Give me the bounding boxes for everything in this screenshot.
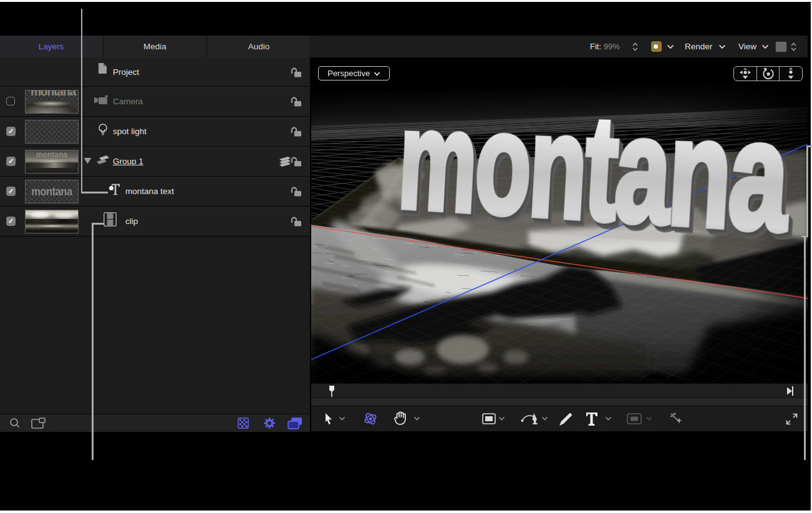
svg-text:montana: montana [395,81,795,263]
